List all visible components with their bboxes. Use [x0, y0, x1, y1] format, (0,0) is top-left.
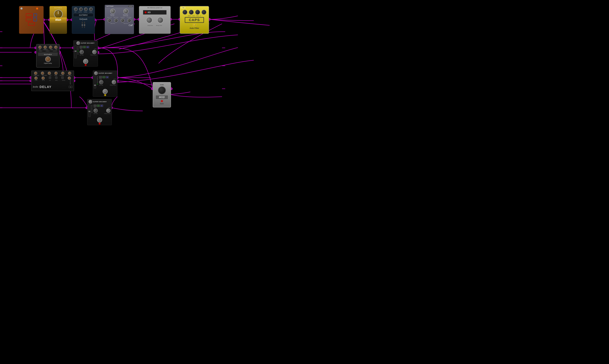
bd-knob-6[interactable] [68, 72, 71, 75]
gxquack-knob-4[interactable] [89, 7, 93, 11]
whammy1-wet-label: WET GAIN [80, 54, 83, 55]
gxquack-label-mode: MODE [89, 12, 92, 13]
phaser-knob-2[interactable] [123, 9, 128, 14]
phaser-onoff[interactable]: On/Off [128, 6, 133, 7]
whammy2-toggle-knob[interactable] [112, 80, 116, 84]
phaser-knob-4[interactable] [114, 19, 118, 22]
gxquack-slider-1[interactable] [82, 22, 83, 28]
whammy1-dot-1 [78, 46, 78, 47]
gxquack-knob-3[interactable] [84, 7, 88, 11]
whammy2-fader-track[interactable] [94, 76, 96, 89]
caps-label-2: RATE [192, 15, 195, 16]
whammy2-wet-knob[interactable] [99, 80, 103, 84]
bd-sw-3[interactable] [61, 77, 64, 79]
whammy2-btn-plus[interactable]: + [102, 76, 105, 78]
bd-brand-text: Bollie [33, 86, 38, 88]
whammy3-fader-track[interactable] [88, 104, 91, 117]
bd-sw-1[interactable] [49, 77, 51, 79]
pc-title: the infamous power cut [139, 6, 171, 9]
phaser-val-2: 189.53 deg [123, 15, 128, 16]
whammy1-stomp[interactable] [83, 59, 88, 64]
phaser-knob-5[interactable] [121, 19, 124, 22]
caps-label-3: FREQ [196, 15, 199, 16]
whammy1-btn-plus[interactable]: + [83, 46, 86, 48]
bd-cur-tempo-knob[interactable] [68, 77, 71, 80]
dd-label-4: MIX [56, 49, 57, 50]
dd-knob-2[interactable] [44, 46, 47, 49]
caps-knob-4[interactable] [202, 10, 206, 14]
bd-sw-2[interactable] [55, 77, 57, 79]
caps-brand-box: CAPS [185, 17, 204, 23]
super-whammy-2-plugin: ⊕ SUPER WHAMMY − + ⊞ FIRST LAST [93, 70, 117, 97]
dd-name-label: Digital Delay [37, 63, 59, 64]
whammy1-toggle-knob[interactable] [92, 50, 96, 54]
whammy3-btn-plus[interactable]: + [97, 104, 100, 107]
whammy1-red-led [85, 64, 86, 66]
input-block-plugin [19, 6, 44, 34]
whammy2-stomp[interactable] [103, 89, 108, 94]
bd-cur-tempo-label: CUR TEMPO [70, 80, 71, 85]
bollie-delay-plugin: TEMPO MODE USER TEMPO DIV. 1 BLEND FEEDB… [31, 70, 74, 91]
whammy3-toggle-label: TOGGLE CLEAN [104, 113, 110, 114]
whammy2-title: SUPER WHAMMY [98, 72, 112, 74]
bd-cur-tempo-area [68, 77, 71, 80]
gxquack-slider-2[interactable] [84, 22, 85, 28]
wah-main-knob[interactable] [54, 10, 63, 18]
box-item-2 [33, 13, 37, 17]
pc-knob-2[interactable] [157, 17, 163, 23]
bd-knob-5[interactable] [61, 72, 64, 75]
caps-knob-2[interactable] [189, 10, 194, 14]
whammy3-wet-knob[interactable] [94, 109, 98, 113]
dd-main-knob[interactable] [45, 56, 51, 62]
gxquack-knob-2[interactable] [79, 7, 83, 11]
dd-knob-4[interactable] [54, 46, 57, 49]
bd-delay-text: DELAY [40, 85, 52, 89]
phaser-val-1: 0.25 Hz [111, 15, 114, 16]
bd-knob-1[interactable] [34, 72, 37, 75]
pc-label-1: decay time [148, 25, 153, 26]
whammy3-btn-minus[interactable]: − [94, 104, 96, 107]
phaser-knob-3[interactable] [108, 19, 111, 22]
whammy1-btn-detail[interactable]: ⊞ [86, 46, 89, 48]
whammy2-btn-minus[interactable]: − [99, 76, 102, 78]
whammy1-btn-minus[interactable]: − [80, 46, 82, 48]
phaser-knob-6[interactable] [127, 19, 131, 22]
whammy3-toggle-knob[interactable] [106, 109, 110, 113]
whammy3-title: SUPER WHAMMY [93, 101, 107, 103]
pc-knob-1[interactable] [146, 17, 152, 23]
whammy2-yellow-led [104, 94, 106, 96]
screw-top-left [20, 7, 23, 10]
whammy1-fader-track[interactable] [74, 46, 77, 58]
gain-brand-text: MOD [159, 96, 165, 99]
bd-knob-8[interactable] [41, 77, 45, 80]
gxquack-brand-text: GUITARIX [74, 14, 93, 16]
whammy1-dot-2 [78, 48, 78, 49]
bd-knob-4[interactable] [54, 72, 58, 75]
whammy3-btn-detail[interactable]: ⊞ [100, 104, 103, 107]
whammy3-stomp[interactable] [97, 117, 102, 122]
bd-knob-7[interactable] [34, 77, 38, 80]
caps-knob-3[interactable] [195, 10, 200, 14]
whammy1-logo: ⊕ [76, 41, 80, 45]
whammy2-btn-detail[interactable]: ⊞ [106, 76, 109, 78]
dd-knob-1[interactable] [38, 46, 41, 49]
whammy2-label-last: LAST [114, 78, 116, 79]
phaser-knob-1[interactable] [110, 9, 115, 14]
bd-label-1: TEMPO MODE [34, 75, 39, 76]
dd-sub-3: HIGHPASS [53, 51, 57, 52]
caps-knob-1[interactable] [183, 10, 187, 14]
box-item-1 [26, 13, 32, 17]
bd-knob-2[interactable] [41, 72, 44, 75]
dd-label-1: TIME [39, 49, 41, 50]
bd-tap-button[interactable]: tap [69, 86, 72, 88]
whammy1-wet-knob[interactable] [80, 50, 84, 54]
phaser-label-3: Base Freq [107, 17, 112, 18]
whammy1-dot-3 [78, 49, 78, 50]
dd-knob-3[interactable] [49, 46, 52, 49]
whammy1-label-first: FIRST [80, 49, 82, 50]
bd-knob-3[interactable] [48, 72, 51, 75]
gxquack-knob-1[interactable] [74, 7, 78, 11]
gain-main-knob[interactable] [158, 86, 166, 94]
whammy1-toggle-label: TOGGLE CLEAN [90, 54, 96, 55]
super-whammy-3-plugin: ⊕ SUPER WHAMMY − + ⊞ FIRST LAST [87, 99, 112, 125]
